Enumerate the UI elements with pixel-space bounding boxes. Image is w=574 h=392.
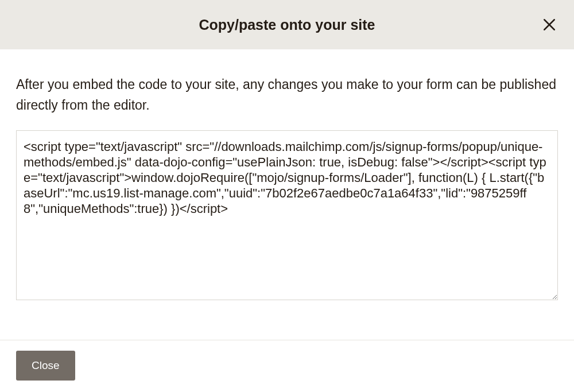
embed-code-textarea[interactable] <box>16 130 558 300</box>
description-text: After you embed the code to your site, a… <box>16 75 558 115</box>
modal-footer: Close <box>0 340 574 392</box>
close-button[interactable]: Close <box>16 351 75 381</box>
modal-header: Copy/paste onto your site <box>0 0 574 49</box>
close-icon[interactable] <box>541 16 558 33</box>
modal-body: After you embed the code to your site, a… <box>0 49 574 302</box>
modal-title: Copy/paste onto your site <box>199 17 375 33</box>
